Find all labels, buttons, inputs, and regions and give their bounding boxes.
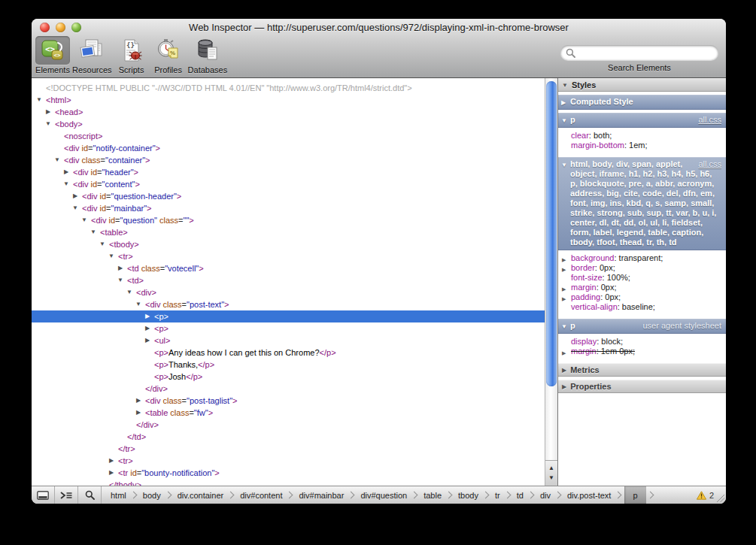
scrollbar-thumb[interactable] <box>546 81 557 386</box>
tree-row[interactable]: ▼<body> <box>32 118 545 130</box>
breadcrumb-item[interactable]: div#content <box>237 491 285 500</box>
disclosure-triangle[interactable]: ▶ <box>144 322 151 335</box>
breadcrumb-item[interactable]: div.post-text <box>564 491 615 500</box>
tree-row[interactable]: </td> <box>32 431 545 443</box>
disclosure-triangle[interactable]: ▼ <box>35 94 43 106</box>
css-property[interactable]: margin-bottom: 1em; <box>558 141 726 150</box>
disclosure-triangle[interactable]: ▼ <box>561 322 567 332</box>
tree-row[interactable]: ▼<td> <box>32 274 545 286</box>
disclosure-triangle[interactable]: ▼ <box>135 298 142 310</box>
search-field[interactable] <box>560 45 718 60</box>
css-property[interactable]: ▶margin: 0px; <box>558 283 726 292</box>
disclosure-triangle[interactable]: ▶ <box>562 348 566 358</box>
tree-row[interactable]: ▼<div> <box>32 286 545 298</box>
tree-row[interactable]: ▶<head> <box>32 106 545 118</box>
disclosure-triangle[interactable]: ▼ <box>44 118 52 130</box>
stylesheet-source-link[interactable]: all.css <box>698 159 721 169</box>
stylesheet-source-link[interactable]: all.css <box>698 115 721 125</box>
disclosure-triangle[interactable]: ▼ <box>71 202 79 214</box>
disclosure-triangle[interactable]: ▶ <box>62 166 70 178</box>
tree-row[interactable]: ▶<div id="header"> <box>32 166 545 178</box>
tree-row[interactable]: ▼<div class="post-text"> <box>32 298 545 310</box>
tree-row[interactable]: ▼<div id="content"> <box>32 178 545 190</box>
css-property[interactable]: ▶border: 0px; <box>558 263 726 273</box>
disclosure-triangle[interactable]: ▼ <box>561 160 567 170</box>
warning-indicator[interactable]: 2 <box>697 486 714 504</box>
disclosure-triangle[interactable]: ▶ <box>44 106 52 118</box>
titlebar[interactable]: Web Inspector — http://superuser.com/que… <box>32 19 726 35</box>
tree-row[interactable]: </div> <box>32 419 545 431</box>
disclosure-triangle[interactable]: ▼ <box>90 226 97 238</box>
tree-row[interactable]: ▼<html> <box>32 94 545 106</box>
breadcrumb-item[interactable]: div#question <box>357 491 410 500</box>
style-rule-header[interactable]: ▼all.csshtml, body, div, span, applet, o… <box>558 157 726 250</box>
tree-row[interactable]: ▼<div class="container"> <box>32 154 545 166</box>
disclosure-triangle[interactable]: ▶ <box>108 467 115 479</box>
breadcrumb-item[interactable]: html <box>108 491 129 500</box>
disclosure-triangle[interactable]: ▶ <box>135 407 142 419</box>
minimize-button[interactable] <box>56 23 65 32</box>
disclosure-triangle[interactable]: ▶ <box>562 367 566 374</box>
breadcrumb-item[interactable]: table <box>421 491 445 500</box>
tree-row[interactable]: ▼<tr> <box>32 250 545 262</box>
disclosure-triangle[interactable]: ▶ <box>144 310 151 322</box>
scroll-down-arrow[interactable]: ▼ <box>548 475 554 481</box>
resize-grip[interactable] <box>715 493 725 503</box>
tree-row[interactable]: ▶<td class="votecell"> <box>32 262 545 274</box>
tree-row[interactable]: ▼<tbody> <box>32 238 545 250</box>
breadcrumb-item[interactable]: td <box>514 491 527 500</box>
style-rule-header[interactable]: ▼user agent stylesheetp <box>558 319 726 334</box>
css-property[interactable]: ▶background: transparent; <box>558 253 726 263</box>
style-rule-header[interactable]: ▼all.cssp <box>558 113 726 128</box>
disclosure-triangle[interactable]: ▶ <box>561 98 566 107</box>
tree-row[interactable]: ▼<table> <box>32 226 545 238</box>
tree-row[interactable]: ▶<div id="question-header"> <box>32 190 545 202</box>
tree-row[interactable]: <p>Any ideas how I can get this on Chrom… <box>32 347 545 359</box>
disclosure-triangle[interactable]: ▼ <box>53 154 61 166</box>
disclosure-triangle[interactable]: ▶ <box>562 383 566 390</box>
styles-section-header[interactable]: ▼ Styles <box>558 78 726 92</box>
tree-row[interactable]: <!DOCTYPE HTML PUBLIC "-//W3C//DTD HTML … <box>32 82 545 94</box>
tree-row[interactable]: <div id="notify-container"> <box>32 142 545 154</box>
breadcrumb-item[interactable]: tr <box>492 491 503 500</box>
css-property[interactable]: clear: both; <box>558 131 726 141</box>
disclosure-triangle[interactable]: ▼ <box>108 250 115 262</box>
tree-row[interactable]: <noscript> <box>32 130 545 142</box>
search-input[interactable] <box>578 47 713 58</box>
disclosure-triangle[interactable]: ▶ <box>144 335 151 347</box>
disclosure-triangle[interactable]: ▼ <box>126 286 133 298</box>
css-property[interactable]: ▶padding: 0px; <box>558 292 726 302</box>
tree-row[interactable]: ▶<p> <box>32 310 545 322</box>
disclosure-triangle[interactable]: ▼ <box>99 238 106 250</box>
computed-style-header[interactable]: ▶ Computed Style <box>558 95 726 110</box>
console-button[interactable] <box>55 486 78 504</box>
tree-row[interactable]: ▼<div id="question" class=""> <box>32 214 545 226</box>
dock-button[interactable] <box>32 486 55 504</box>
breadcrumb-item[interactable]: tbody <box>455 491 481 500</box>
tree-row[interactable]: ▶<div class="post-taglist"> <box>32 395 545 407</box>
disclosure-triangle[interactable]: ▼ <box>62 178 70 190</box>
css-property[interactable]: display: block; <box>558 337 726 347</box>
tree-row[interactable]: </div> <box>32 383 545 395</box>
tree-row[interactable]: ▶<table class="fw"> <box>32 407 545 419</box>
tree-row[interactable]: <p>Josh</p> <box>32 371 545 383</box>
disclosure-triangle[interactable]: ▼ <box>117 274 124 286</box>
scroll-up-arrow[interactable]: ▲ <box>548 465 554 471</box>
tree-scrollbar[interactable]: ▲ ▼ <box>545 78 557 486</box>
breadcrumb-item[interactable]: div#mainbar <box>296 491 347 500</box>
disclosure-triangle[interactable]: ▼ <box>80 214 88 226</box>
tree-row[interactable]: ▼<div id="mainbar"> <box>32 202 545 214</box>
properties-section-header[interactable]: ▶ Properties <box>558 380 726 393</box>
disclosure-triangle[interactable]: ▼ <box>562 82 568 89</box>
toolbar-button-databases[interactable]: Databases <box>188 36 228 74</box>
tree-row[interactable]: ▶<tr id="bounty-notification"> <box>32 467 545 479</box>
close-button[interactable] <box>40 23 50 32</box>
metrics-section-header[interactable]: ▶ Metrics <box>558 363 726 377</box>
toolbar-button-profiles[interactable]: % Profiles <box>151 36 186 74</box>
breadcrumb-item[interactable]: p <box>624 486 645 504</box>
tree-row[interactable]: ▶<ul> <box>32 335 545 347</box>
breadcrumb-item[interactable]: div.container <box>175 491 227 500</box>
toolbar-button-scripts[interactable]: {} Scripts <box>114 36 149 74</box>
tree-row[interactable]: </tbody> <box>32 479 545 486</box>
css-property[interactable]: font-size: 100%; <box>558 273 726 283</box>
